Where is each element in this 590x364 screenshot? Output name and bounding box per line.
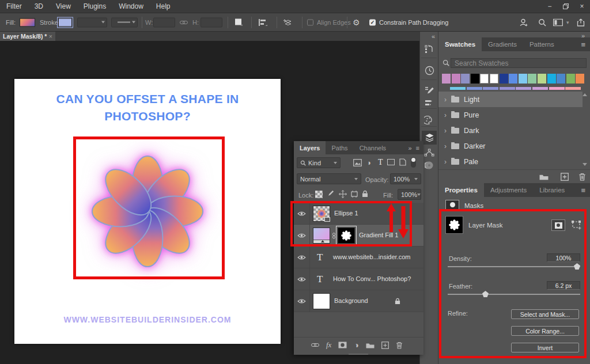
color-swatch[interactable] bbox=[483, 87, 498, 90]
color-swatch[interactable] bbox=[532, 87, 548, 90]
menu-window[interactable]: Window bbox=[112, 2, 150, 10]
artboard[interactable]: CAN YOU OFFSET A SHAPE IN PHOTOSHOP? WWW… bbox=[14, 79, 281, 344]
fill-swatch[interactable] bbox=[20, 18, 35, 26]
new-group-icon[interactable] bbox=[366, 342, 375, 348]
align-edges-checkbox[interactable] bbox=[307, 19, 313, 25]
feather-slider-thumb[interactable] bbox=[482, 291, 489, 297]
color-swatch[interactable] bbox=[500, 87, 515, 90]
scroll-up-icon[interactable] bbox=[583, 93, 587, 96]
visibility-eye-icon[interactable] bbox=[294, 203, 310, 225]
layer-filter-kind-select[interactable]: Kind bbox=[297, 157, 341, 168]
color-swatch[interactable] bbox=[480, 74, 489, 84]
stroke-swatch[interactable] bbox=[58, 18, 72, 26]
constrain-path-checkbox[interactable]: ✓ bbox=[369, 19, 376, 25]
vector-mask-button[interactable] bbox=[571, 221, 581, 230]
chevron-right-icon[interactable]: › bbox=[444, 142, 447, 150]
history-icon[interactable] bbox=[423, 65, 435, 76]
layer-mask-thumbnail[interactable] bbox=[338, 227, 355, 244]
swatch-group-pure[interactable]: › Pure bbox=[438, 107, 583, 123]
layer-name[interactable]: Background bbox=[334, 297, 368, 304]
gear-icon[interactable]: ⚙ bbox=[353, 18, 360, 27]
color-swatch[interactable] bbox=[519, 74, 527, 84]
new-group-icon[interactable] bbox=[539, 173, 549, 180]
scroll-down-icon[interactable] bbox=[583, 163, 587, 166]
masks-icon[interactable] bbox=[445, 200, 459, 210]
properties-menu-icon[interactable]: ≡ bbox=[581, 183, 590, 197]
swatch-group-dark[interactable]: › Dark bbox=[438, 123, 583, 138]
layer-name[interactable]: www.websiteb...insider.com bbox=[333, 253, 411, 260]
color-range-button[interactable]: Color Range... bbox=[511, 326, 579, 336]
lock-position-icon[interactable] bbox=[339, 190, 347, 198]
share-user-icon[interactable] bbox=[519, 18, 528, 26]
color-swatch[interactable] bbox=[557, 74, 565, 84]
path-alignment-icon[interactable] bbox=[258, 18, 267, 26]
chevron-right-icon[interactable]: › bbox=[444, 96, 447, 104]
filter-image-icon[interactable] bbox=[353, 159, 362, 166]
color-swatch[interactable] bbox=[461, 74, 470, 84]
tab-properties[interactable]: Properties bbox=[438, 183, 484, 197]
color-swatch[interactable] bbox=[442, 74, 451, 84]
tab-paths[interactable]: Paths bbox=[326, 141, 353, 154]
add-mask-icon[interactable] bbox=[338, 342, 347, 348]
export-share-icon[interactable] bbox=[577, 18, 585, 26]
tab-patterns[interactable]: Patterns bbox=[523, 37, 561, 51]
stroke-width-select[interactable] bbox=[77, 17, 107, 27]
density-slider[interactable] bbox=[448, 266, 580, 267]
lock-transparency-icon[interactable] bbox=[315, 191, 323, 198]
color-swatch[interactable] bbox=[500, 74, 508, 84]
menu-view[interactable]: View bbox=[50, 2, 77, 10]
select-and-mask-button[interactable]: Select and Mask... bbox=[511, 309, 579, 319]
blend-mode-select[interactable]: Normal bbox=[297, 173, 361, 184]
path-operations-icon[interactable] bbox=[235, 18, 243, 26]
color-swatch[interactable] bbox=[538, 74, 546, 84]
link-layers-icon[interactable] bbox=[311, 343, 319, 347]
minimize-icon[interactable]: − bbox=[542, 0, 558, 13]
width-input[interactable] bbox=[153, 17, 175, 27]
filter-toggle[interactable] bbox=[411, 157, 416, 168]
chevron-right-icon[interactable]: › bbox=[444, 111, 447, 119]
stroke-type-select[interactable] bbox=[111, 17, 138, 27]
height-input[interactable] bbox=[201, 17, 222, 27]
color-swatch[interactable] bbox=[549, 87, 565, 90]
delete-layer-icon[interactable] bbox=[396, 342, 403, 349]
swatches-menu-icon[interactable]: ≡ bbox=[581, 37, 590, 51]
tab-channels[interactable]: Channels bbox=[354, 141, 392, 154]
tab-swatches[interactable]: Swatches bbox=[438, 37, 482, 51]
document-tab[interactable]: Layer Mask/8) * × bbox=[0, 32, 55, 41]
visibility-eye-icon[interactable] bbox=[294, 225, 310, 247]
color-swatch[interactable] bbox=[450, 87, 466, 90]
sphere-tool-icon[interactable] bbox=[423, 160, 435, 171]
swatch-search-input[interactable]: Search Swatches bbox=[451, 58, 587, 68]
visibility-eye-icon[interactable] bbox=[294, 247, 310, 268]
panel-expand-icon[interactable]: » bbox=[408, 145, 411, 151]
swatch-group-pale[interactable]: › Pale bbox=[438, 154, 583, 169]
lock-artboard-icon[interactable] bbox=[350, 191, 358, 198]
color-swatch[interactable] bbox=[516, 87, 531, 90]
visibility-eye-icon[interactable] bbox=[294, 290, 310, 312]
delete-swatch-icon[interactable] bbox=[578, 173, 586, 181]
color-palette-icon[interactable] bbox=[423, 114, 435, 126]
opacity-select[interactable]: 100% bbox=[390, 173, 421, 184]
layer-thumbnail[interactable] bbox=[313, 206, 330, 222]
adjustment-layer-icon[interactable]: ◑ bbox=[354, 340, 358, 350]
menu-help[interactable]: Help bbox=[150, 2, 177, 10]
swatch-group-light[interactable]: › Light bbox=[438, 92, 583, 107]
tab-adjustments[interactable]: Adjustments bbox=[484, 183, 533, 197]
gradient-fill-thumbnail[interactable] bbox=[313, 227, 330, 244]
chevron-right-icon[interactable]: › bbox=[444, 127, 447, 135]
close-icon[interactable]: × bbox=[574, 0, 590, 13]
collapse-panels-icon[interactable]: « bbox=[432, 33, 435, 40]
filter-type-icon[interactable]: T bbox=[378, 158, 383, 167]
paths-panel-icon[interactable] bbox=[423, 147, 435, 158]
feather-value[interactable]: 6.2 px bbox=[547, 281, 580, 290]
tab-layers[interactable]: Layers bbox=[294, 141, 326, 154]
color-swatch[interactable] bbox=[467, 87, 482, 90]
layer-name[interactable]: Ellipse 1 bbox=[334, 210, 358, 217]
brush-settings-icon[interactable] bbox=[423, 85, 435, 97]
filter-shape-icon[interactable] bbox=[387, 159, 395, 165]
layers-panel-icon[interactable] bbox=[422, 131, 437, 145]
visibility-eye-icon[interactable] bbox=[294, 268, 310, 290]
lock-all-icon[interactable] bbox=[362, 190, 368, 198]
color-swatch[interactable] bbox=[576, 74, 584, 84]
swatch-group-darker[interactable]: › Darker bbox=[438, 138, 583, 154]
